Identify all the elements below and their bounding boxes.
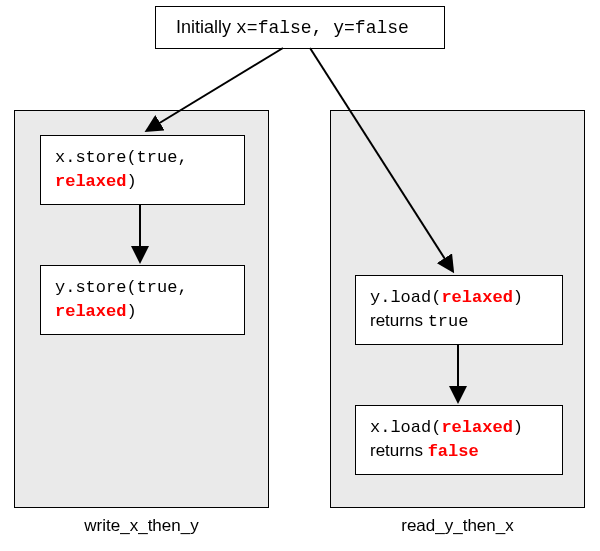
op-y-load-line2b: true: [428, 312, 469, 331]
op-x-store: x.store(true, relaxed): [40, 135, 245, 205]
op-y-store-line1b: relaxed: [55, 302, 126, 321]
initial-text-prefix: Initially: [176, 17, 236, 37]
op-y-store: y.store(true, relaxed): [40, 265, 245, 335]
op-x-store-line1a: x.store(true,: [55, 148, 188, 167]
op-y-load-line1a: y.load(: [370, 288, 441, 307]
op-x-load-line1a: x.load(: [370, 418, 441, 437]
op-y-store-line1a: y.store(true,: [55, 278, 188, 297]
thread-left-label: write_x_then_y: [14, 516, 269, 536]
op-y-load-line1c: ): [513, 288, 523, 307]
initial-text-code: x=false, y=false: [236, 18, 409, 38]
op-x-load-line1c: ): [513, 418, 523, 437]
op-x-load-line1b: relaxed: [441, 418, 512, 437]
op-x-load: x.load(relaxed) returns false: [355, 405, 563, 475]
op-x-load-line2a: returns: [370, 441, 428, 460]
op-x-store-line1b: relaxed: [55, 172, 126, 191]
op-x-load-line2b: false: [428, 442, 479, 461]
thread-right-label: read_y_then_x: [330, 516, 585, 536]
initial-condition-box: Initially x=false, y=false: [155, 6, 445, 49]
op-y-load-line1b: relaxed: [441, 288, 512, 307]
op-y-load: y.load(relaxed) returns true: [355, 275, 563, 345]
op-y-store-line1c: ): [126, 302, 136, 321]
op-y-load-line2a: returns: [370, 311, 428, 330]
op-x-store-line1c: ): [126, 172, 136, 191]
